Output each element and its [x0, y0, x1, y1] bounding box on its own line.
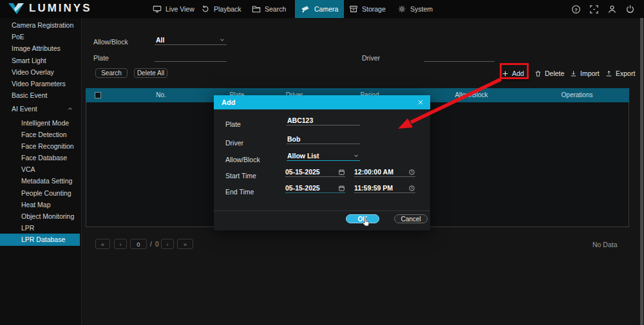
- add-dialog-header: Add: [214, 95, 430, 109]
- delete-all-button[interactable]: Delete All: [134, 68, 167, 78]
- sidebar-item-smart-light[interactable]: Smart Light: [0, 55, 80, 66]
- modal-driver-value: Bob: [287, 135, 300, 143]
- pagination-next-button[interactable]: ›: [161, 239, 174, 249]
- calendar-icon: [338, 169, 345, 176]
- search-button[interactable]: Search: [95, 68, 128, 78]
- driver-filter-input[interactable]: [424, 51, 495, 62]
- help-icon[interactable]: ?: [571, 5, 581, 14]
- vertical-scrollbar[interactable]: [640, 18, 643, 325]
- no-data-text: No Data: [592, 241, 618, 248]
- tab-live-view[interactable]: Live View: [147, 0, 200, 18]
- delete-button-label: Delete: [545, 70, 564, 77]
- sidebar-item-label: AI Event: [12, 105, 37, 113]
- sidebar-item-ai-event[interactable]: AI Event: [0, 103, 80, 115]
- sidebar-item-basic-event[interactable]: Basic Event: [0, 89, 80, 101]
- import-button[interactable]: Import: [570, 68, 600, 79]
- folder-icon: [252, 5, 261, 14]
- pagination-last-button[interactable]: »: [177, 239, 193, 249]
- tab-storage[interactable]: Storage: [343, 0, 392, 18]
- sidebar-item-face-detection[interactable]: Face Detection: [0, 129, 80, 140]
- select-all-checkbox[interactable]: [95, 92, 101, 98]
- sidebar-item-object-monitoring[interactable]: Object Monitoring: [0, 210, 80, 222]
- allow-block-filter-select[interactable]: All: [155, 35, 227, 45]
- export-button-label: Export: [616, 70, 635, 77]
- allow-block-filter-value: All: [156, 36, 164, 44]
- driver-filter-label: Driver: [362, 54, 380, 62]
- sidebar-item-heat-map[interactable]: Heat Map: [0, 199, 80, 210]
- sidebar-item-lpr[interactable]: LPR: [0, 222, 80, 234]
- pagination-current-page-input[interactable]: 0: [130, 239, 147, 249]
- column-operations: Operations: [562, 88, 593, 102]
- tab-label: Live View: [166, 5, 194, 13]
- tab-label: Search: [265, 5, 286, 13]
- ok-button[interactable]: OK: [346, 214, 379, 223]
- sidebar-item-lpr-database[interactable]: LPR Database: [0, 234, 80, 245]
- modal-plate-label: Plate: [225, 120, 241, 128]
- delete-button[interactable]: Delete: [535, 68, 564, 79]
- modal-allow-block-value: Allow List: [287, 152, 319, 160]
- modal-start-time-picker[interactable]: 12:00:00 AM: [354, 167, 415, 177]
- sidebar-item-image-attributes[interactable]: Image Attributes: [0, 42, 80, 54]
- sidebar-item-intelligent-mode[interactable]: Intelligent Mode: [0, 117, 80, 129]
- tab-label: Camera: [314, 5, 338, 13]
- pagination-prev-button[interactable]: ‹: [114, 239, 127, 249]
- user-icon[interactable]: [607, 5, 617, 14]
- pagination-first-button[interactable]: «: [95, 239, 110, 249]
- tab-system[interactable]: System: [392, 0, 439, 18]
- brand-name: LUMINYS: [29, 2, 92, 15]
- brand-logo: LUMINYS: [8, 2, 92, 15]
- chevron-up-icon: [67, 106, 73, 112]
- cancel-button[interactable]: Cancel: [394, 214, 428, 223]
- download-icon: [570, 70, 577, 77]
- gear-icon: [397, 5, 406, 14]
- fullscreen-icon[interactable]: [589, 5, 599, 14]
- plate-filter-label: Plate: [93, 54, 109, 62]
- pagination-separator: /: [150, 241, 152, 248]
- modal-end-date-value: 05-15-2025: [285, 184, 320, 192]
- svg-text:?: ?: [574, 6, 578, 12]
- modal-start-time-label: Start Time: [225, 172, 256, 180]
- clock-icon: [408, 185, 415, 192]
- sidebar-item-people-counting[interactable]: People Counting: [0, 187, 80, 199]
- export-button[interactable]: Export: [605, 68, 635, 79]
- topbar-utility-icons: ?: [571, 0, 635, 18]
- sidebar-item-poe[interactable]: PoE: [0, 31, 80, 42]
- modal-plate-value: ABC123: [287, 116, 313, 124]
- modal-end-time-picker[interactable]: 11:59:59 PM: [354, 183, 415, 193]
- modal-end-date-picker[interactable]: 05-15-2025: [285, 183, 345, 193]
- sidebar-item-vca[interactable]: VCA: [0, 163, 80, 175]
- tab-camera[interactable]: Camera: [295, 0, 344, 18]
- sidebar-item-video-parameters[interactable]: Video Parameters: [0, 78, 80, 89]
- close-icon[interactable]: [417, 99, 424, 106]
- tab-playback[interactable]: Playback: [195, 0, 247, 18]
- modal-footer-divider: [214, 210, 430, 211]
- power-icon[interactable]: [625, 5, 635, 14]
- column-no: No.: [156, 88, 166, 102]
- add-button-highlight-box: [500, 63, 529, 79]
- modal-allow-block-select[interactable]: Allow List: [287, 151, 360, 161]
- sidebar-item-face-recognition[interactable]: Face Recognition: [0, 140, 80, 152]
- top-navigation-bar: LUMINYS Live View Playback Search: [0, 0, 644, 18]
- tab-label: System: [410, 5, 433, 13]
- sidebar-item-metadata-setting[interactable]: Metadata Setting: [0, 175, 80, 187]
- add-dialog: Add Plate ABC123 Driver Bob Allow/Block …: [214, 95, 430, 230]
- sidebar-item-video-overlay[interactable]: Video Overlay: [0, 66, 80, 78]
- sidebar-item-face-database[interactable]: Face Database: [0, 152, 80, 163]
- monitor-icon: [153, 5, 162, 14]
- add-dialog-title: Add: [222, 98, 235, 106]
- chevron-down-icon: [353, 153, 359, 159]
- modal-allow-block-label: Allow/Block: [225, 156, 260, 163]
- import-button-label: Import: [580, 70, 600, 77]
- modal-plate-input[interactable]: ABC123: [287, 116, 360, 125]
- pagination-total-pages: 0: [155, 241, 159, 248]
- modal-start-date-value: 05-15-2025: [285, 168, 320, 176]
- tab-search[interactable]: Search: [246, 0, 292, 18]
- sidebar: Camera Registration PoE Image Attributes…: [0, 18, 82, 325]
- modal-driver-input[interactable]: Bob: [287, 135, 360, 144]
- modal-start-date-picker[interactable]: 05-15-2025: [285, 167, 345, 177]
- sidebar-item-camera-registration[interactable]: Camera Registration: [0, 19, 80, 31]
- column-allow-block: Allow/Block: [455, 88, 488, 102]
- playback-icon: [201, 5, 210, 14]
- storage-icon: [349, 5, 358, 14]
- plate-filter-input[interactable]: [155, 51, 227, 62]
